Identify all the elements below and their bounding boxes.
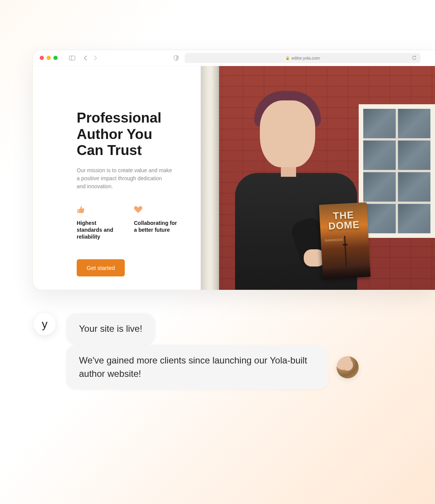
thumbs-up-icon [77,206,122,214]
background-window [359,104,435,238]
feature-reliability: Highest standards and reliability [77,206,122,241]
yola-avatar: y [34,313,56,335]
maximize-window-icon[interactable] [53,56,58,60]
minimize-window-icon[interactable] [47,56,51,60]
feature-label: Highest standards and reliability [77,220,122,241]
get-started-button[interactable]: Get started [77,259,125,276]
chat-section: y Your site is live! We've gained more c… [34,313,359,389]
reload-icon[interactable] [412,55,417,60]
shield-icon[interactable] [174,55,179,61]
traffic-lights [40,56,58,60]
chat-bubble-user: We've gained more clients since launchin… [66,345,328,390]
svg-rect-0 [69,56,75,60]
author-photo: THE DOME SHERWOOD [224,85,369,290]
features-row: Highest standards and reliability Collab… [77,206,182,241]
close-window-icon[interactable] [40,56,44,60]
hero-section: Professional Author You Can Trust Our mi… [33,66,201,290]
feature-label: Collaborating for a better future [134,220,180,233]
url-text: editor.yola.com [292,56,320,60]
chat-bubble-system: Your site is live! [66,313,155,345]
browser-chrome: 🔒 editor.yola.com [33,50,435,66]
page-subtext: Our mission is to create value and make … [77,166,172,191]
hero-image: THE DOME SHERWOOD [201,66,435,290]
book-title: THE DOME [323,209,364,231]
address-bar[interactable]: 🔒 editor.yola.com [185,53,420,63]
user-avatar [337,356,359,378]
page-headline: Professional Author You Can Trust [77,110,182,159]
browser-window: 🔒 editor.yola.com Professional Author Yo… [32,50,435,290]
back-icon[interactable] [84,55,87,61]
feature-collaboration: Collaborating for a better future [134,206,180,241]
sidebar-toggle-icon[interactable] [69,56,75,60]
lock-icon: 🔒 [285,56,290,60]
book-cover: THE DOME SHERWOOD [319,202,371,279]
forward-icon[interactable] [94,55,97,61]
heart-icon [134,206,180,214]
page-content: Professional Author You Can Trust Our mi… [33,66,435,290]
